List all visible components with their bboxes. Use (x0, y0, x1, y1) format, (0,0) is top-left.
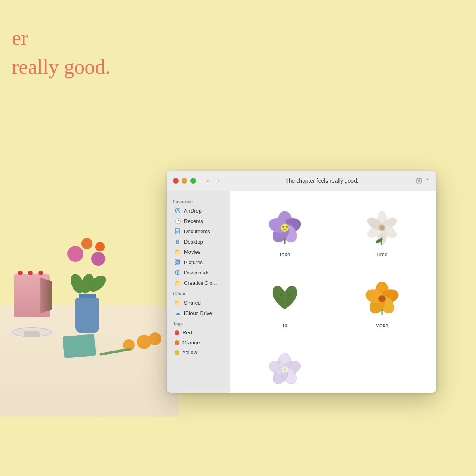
sidebar-item-creative-cloud[interactable]: 📁 Creative Clo... (168, 278, 228, 288)
sidebar-item-red[interactable]: Red (168, 328, 228, 338)
orange-2 (149, 332, 161, 345)
sidebar-item-pictures[interactable]: 🖼 Pictures (168, 257, 228, 267)
file-item-kraam[interactable]: Kraam (242, 345, 327, 393)
sidebar-item-recents[interactable]: 🕐 Recents (168, 216, 228, 226)
svg-point-0 (175, 208, 180, 213)
svg-point-27 (284, 297, 286, 299)
svg-point-51 (283, 368, 287, 372)
back-button[interactable]: ‹ (204, 177, 213, 185)
svg-point-36 (378, 295, 386, 302)
sidebar-item-yellow[interactable]: Yellow (168, 347, 228, 357)
view-controls: ⊞ ⌃ (416, 177, 430, 185)
pictures-label: Pictures (184, 259, 203, 265)
pictures-icon: 🖼 (175, 259, 181, 265)
flower-time-icon (362, 208, 402, 248)
tags-header: Tags (167, 318, 230, 328)
red-tag-dot (175, 330, 179, 335)
svg-point-29 (281, 302, 283, 304)
movies-icon: 📁 (175, 249, 181, 255)
file-item-time[interactable]: Time (339, 203, 424, 262)
downloads-label: Downloads (184, 270, 209, 276)
documents-icon (175, 228, 181, 234)
sort-icon[interactable]: ⌃ (425, 178, 430, 184)
traffic-lights (173, 178, 196, 184)
sidebar-item-icloud-drive[interactable]: ☁ iCloud Drive (168, 308, 228, 318)
svg-point-26 (278, 298, 280, 300)
svg-point-28 (290, 298, 292, 300)
svg-point-24 (284, 291, 286, 293)
file-item-to[interactable]: To (242, 274, 327, 333)
close-button[interactable] (173, 178, 178, 184)
cherry-1 (18, 271, 23, 275)
orange-tag-dot (175, 340, 179, 345)
nav-buttons: ‹ › (204, 177, 223, 185)
creative-cloud-icon: 📁 (175, 280, 181, 286)
svg-point-10 (286, 226, 288, 228)
sidebar-item-shared[interactable]: 📁 Shared (168, 298, 228, 308)
desktop-icon: 🖥 (175, 238, 181, 245)
book-illustration (63, 334, 96, 359)
creative-cloud-label: Creative Clo... (184, 280, 217, 286)
documents-label: Documents (184, 228, 210, 234)
flower-take-icon (265, 208, 305, 248)
recents-label: Recents (184, 218, 203, 224)
sidebar-item-movies[interactable]: 📁 Movies (168, 247, 228, 257)
cake-illustration (12, 274, 52, 337)
maximize-button[interactable] (190, 178, 196, 184)
sidebar-item-downloads[interactable]: Downloads (168, 267, 228, 278)
flower-orange2 (95, 242, 105, 251)
cherry-3 (38, 271, 43, 275)
file-make-label: Make (376, 322, 388, 328)
sidebar: Favorites AirDrop 🕐 Recents (167, 191, 230, 393)
icloud-drive-icon: ☁ (175, 310, 181, 316)
red-tag-label: Red (182, 330, 192, 336)
file-item-make[interactable]: Make (339, 274, 424, 333)
vase-body (75, 298, 99, 333)
movies-label: Movies (184, 249, 200, 255)
file-to-label: To (282, 322, 288, 328)
finder-window: ‹ › The chapter feels really good. ⊞ ⌃ F… (167, 171, 436, 393)
yellow-tag-label: Yellow (182, 349, 197, 355)
cherry-2 (28, 271, 33, 275)
icloud-header: iCloud (167, 288, 230, 298)
sidebar-item-desktop[interactable]: 🖥 Desktop (168, 236, 228, 247)
vase-illustration (63, 238, 111, 333)
sidebar-item-documents[interactable]: Documents (168, 226, 228, 236)
flower-pink2 (91, 252, 105, 266)
window-title: The chapter feels really good. (228, 178, 416, 184)
svg-point-38 (383, 297, 385, 299)
downloads-icon (175, 269, 181, 276)
airdrop-label: AirDrop (184, 208, 202, 214)
desktop-label: Desktop (184, 239, 203, 245)
icloud-drive-label: iCloud Drive (184, 310, 212, 316)
flower-pink (67, 246, 83, 262)
flower-to-icon (265, 279, 305, 319)
cake-stand-base (24, 331, 40, 337)
shared-icon: 📁 (175, 299, 181, 306)
svg-point-9 (282, 226, 284, 228)
file-take-label: Take (279, 251, 290, 257)
window-titlebar: ‹ › The chapter feels really good. ⊞ ⌃ (167, 171, 436, 191)
flower-orange (81, 238, 92, 249)
content-area: Take (230, 191, 436, 393)
window-body: Favorites AirDrop 🕐 Recents (167, 191, 436, 393)
cake-body (14, 274, 50, 317)
file-item-take[interactable]: Take (242, 203, 327, 262)
recents-icon: 🕐 (175, 218, 181, 224)
cake-slice (40, 278, 52, 313)
svg-point-25 (288, 294, 290, 296)
svg-point-20 (380, 225, 384, 230)
yellow-tag-dot (175, 350, 179, 355)
svg-point-30 (286, 302, 288, 304)
flower-kraam-icon (265, 350, 305, 390)
flower-make-icon (362, 279, 402, 319)
favorites-header: Favorites (167, 196, 230, 205)
forward-button[interactable]: › (214, 177, 223, 185)
minimize-button[interactable] (182, 178, 187, 184)
file-time-label: Time (376, 251, 387, 257)
sidebar-item-airdrop[interactable]: AirDrop (168, 205, 228, 216)
svg-point-37 (380, 297, 382, 299)
grid-view-icon[interactable]: ⊞ (416, 177, 422, 185)
sidebar-item-orange[interactable]: Orange (168, 338, 228, 347)
orange-tag-label: Orange (182, 340, 200, 345)
